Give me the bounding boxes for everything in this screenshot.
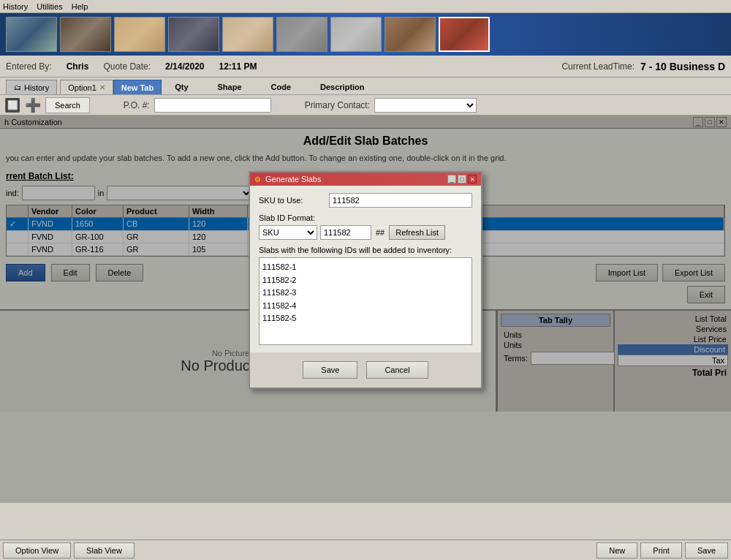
menu-help[interactable]: Help	[72, 2, 88, 11]
slab-id-5: 111582-5	[262, 312, 469, 325]
po-label: P.O. #:	[124, 100, 150, 110]
option1-label: Option1	[68, 83, 96, 92]
entered-by-label: Entered By:	[6, 61, 52, 72]
hash-label: ##	[376, 228, 385, 237]
slab-id-3: 111582-3	[262, 287, 469, 300]
dialog-maximize[interactable]: □	[458, 175, 466, 183]
slab-id-4: 111582-4	[262, 300, 469, 313]
format-number-input[interactable]	[320, 225, 371, 240]
slab-view-button[interactable]: Slab View	[74, 542, 135, 559]
quote-date-label: Quote Date:	[103, 61, 151, 72]
col-code: Code	[271, 83, 292, 91]
slab-id-2: 111582-2	[262, 274, 469, 287]
dialog-btn-row: Save Cancel	[250, 352, 481, 387]
save-quote-button[interactable]: Save	[685, 542, 728, 559]
col-qty: Qty	[175, 83, 188, 91]
slab-id-1: 111582-1	[262, 261, 469, 274]
product-tile-3[interactable]	[114, 17, 165, 52]
image-bar	[0, 13, 731, 56]
product-tile-6[interactable]	[276, 17, 327, 52]
quote-date-value: 2/14/2020	[165, 61, 204, 72]
product-tile-4[interactable]	[168, 17, 219, 52]
dialog-win-controls: _ □ ✕	[447, 175, 477, 183]
add-icon[interactable]: ➕	[25, 97, 41, 113]
lead-time-label: Current LeadTime:	[561, 61, 635, 72]
menu-bar: History Utilities Help	[0, 0, 731, 13]
tab-close-option1[interactable]: ✕	[99, 83, 105, 91]
refresh-list-button[interactable]: Refresh List	[389, 225, 445, 240]
new-tab-label: New Tab	[121, 83, 154, 92]
tab-option1[interactable]: Option1 ✕	[60, 80, 113, 94]
format-select[interactable]: SKU	[259, 225, 317, 240]
dialog-title: Generate Slabs	[265, 175, 321, 183]
dialog-buttons: Save Cancel	[253, 355, 478, 385]
slab-id-format-label: Slab ID Format:	[259, 213, 472, 222]
product-tile-7[interactable]	[330, 17, 382, 52]
slab-ids-list: 111582-1 111582-2 111582-3 111582-4 1115…	[259, 257, 472, 345]
bottom-action-bar: Option View Slab View New Print Save	[0, 540, 731, 560]
product-tile-8[interactable]	[385, 17, 436, 52]
generate-slabs-titlebar: ⚙ Generate Slabs _ □ ✕	[250, 173, 481, 186]
po-input[interactable]	[154, 98, 271, 113]
dialog-minimize[interactable]: _	[447, 175, 456, 183]
history-button[interactable]: 🗂 History	[6, 80, 57, 94]
history-label: History	[24, 83, 49, 92]
option-view-button[interactable]: Option View	[3, 542, 71, 559]
entered-by-value: Chris	[67, 61, 89, 72]
sku-field-row: SKU to Use:	[259, 193, 472, 208]
tab-new[interactable]: New Tab	[113, 80, 162, 94]
slab-format-row: SKU ## Refresh List	[259, 225, 472, 240]
sku-input[interactable]	[329, 193, 472, 208]
col-description: Description	[320, 83, 365, 91]
product-tile-5[interactable]	[222, 17, 273, 52]
history-icon: 🗂	[14, 83, 21, 91]
time-value: 12:11 PM	[219, 61, 257, 72]
tab-column-headers: Qty Shape Code Description	[167, 80, 371, 94]
generate-slabs-dialog: ⚙ Generate Slabs _ □ ✕ SKU to Use: Slab …	[249, 171, 482, 389]
product-tile-2[interactable]	[60, 17, 111, 52]
dialog-close[interactable]: ✕	[468, 175, 477, 183]
col-shape: Shape	[218, 83, 242, 91]
search-button[interactable]: Search	[45, 97, 90, 113]
main-area: h Customization _ □ ✕ Add/Edit Slab Batc…	[0, 116, 731, 503]
product-tile-1[interactable]	[6, 17, 57, 52]
menu-history[interactable]: History	[3, 2, 28, 11]
print-button[interactable]: Print	[640, 542, 682, 559]
menu-utilities[interactable]: Utilities	[37, 2, 62, 11]
slabs-ids-label: Slabs with the following IDs will be add…	[259, 246, 472, 254]
cancel-button[interactable]: Cancel	[366, 361, 428, 379]
lead-time-value: 7 - 10 Business D	[640, 61, 725, 72]
product-tile-9[interactable]	[439, 17, 490, 52]
primary-contact-select[interactable]	[374, 98, 477, 113]
dialog-body: SKU to Use: Slab ID Format: SKU ## Refre…	[250, 186, 481, 352]
sku-label: SKU to Use:	[259, 196, 325, 205]
modal-overlay: ⚙ Generate Slabs _ □ ✕ SKU to Use: Slab …	[0, 116, 731, 503]
header-bar: Entered By: Chris Quote Date: 2/14/2020 …	[0, 56, 731, 77]
save-button[interactable]: Save	[303, 361, 357, 379]
new-button[interactable]: New	[596, 542, 637, 559]
toolbar: 🔲 ➕ Search P.O. #: Primary Contact:	[0, 95, 731, 116]
scan-icon[interactable]: 🔲	[4, 97, 20, 113]
primary-contact-label: Primary Contact:	[305, 100, 370, 110]
tab-bar: 🗂 History Option1 ✕ New Tab Qty Shape Co…	[0, 77, 731, 95]
